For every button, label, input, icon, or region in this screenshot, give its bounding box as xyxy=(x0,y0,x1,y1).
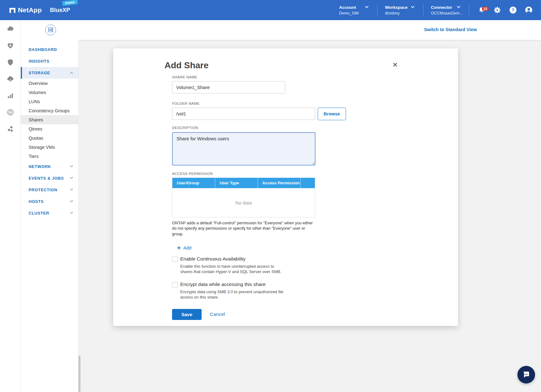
notifications-bell-icon[interactable]: 22 xyxy=(477,6,486,14)
user-avatar-icon[interactable] xyxy=(525,6,533,14)
sidebar-item-label: EVENTS & JOBS xyxy=(29,176,64,181)
sidebar-item-qtrees[interactable]: Qtrees xyxy=(21,124,78,133)
sidebar-item-shares[interactable]: Shares xyxy=(21,115,78,124)
storage-canvas-icon[interactable] xyxy=(45,25,56,35)
access-permission-label: ACCESS PERMISSION xyxy=(172,172,411,176)
column-header-access-permission: Access Permission xyxy=(258,178,301,188)
switch-standard-view-link[interactable]: Switch to Standard View xyxy=(424,27,477,32)
continuous-availability-checkbox[interactable] xyxy=(172,256,178,262)
column-header-user-type: User Type xyxy=(215,178,258,188)
chat-widget-button[interactable] xyxy=(517,366,535,384)
product-name: BlueXP xyxy=(50,7,70,14)
add-share-form: SHARE NAME FOLDER NAME Browse DESCRIPTIO… xyxy=(172,75,411,320)
svg-text:?: ? xyxy=(512,8,515,13)
cancel-button[interactable]: Cancel xyxy=(210,311,225,317)
sidebar-item-label: Tiers xyxy=(29,154,39,159)
description-textarea[interactable]: Share for Windows users xyxy=(172,132,315,165)
sync-circle-icon[interactable] xyxy=(7,109,14,116)
sidebar-item-label: STORAGE xyxy=(29,70,50,75)
sidebar-item-dashboard[interactable]: DASHBOARD xyxy=(21,44,78,55)
sidebar-item-events-jobs[interactable]: EVENTS & JOBS xyxy=(21,172,78,184)
left-icon-rail xyxy=(0,20,21,392)
modal-actions: Save Cancel xyxy=(172,309,411,320)
sidebar-item-luns[interactable]: LUNs xyxy=(21,97,78,106)
sidebar-item-storage-vms[interactable]: Storage VMs xyxy=(21,143,78,152)
cloud-storage-icon[interactable] xyxy=(7,25,14,33)
browse-button[interactable]: Browse xyxy=(318,108,346,120)
sidebar-item-tiers[interactable]: Tiers xyxy=(21,152,78,161)
sidebar-item-label: Overview xyxy=(29,81,47,86)
encrypt-data-option: Encrypt data while accessing this share … xyxy=(172,282,411,300)
chevron-down-icon xyxy=(457,5,460,8)
sidebar-item-cluster[interactable]: CLUSTER xyxy=(21,207,78,219)
health-heart-icon[interactable] xyxy=(7,42,14,49)
governance-cloud-lock-icon[interactable] xyxy=(7,75,14,83)
account-selector[interactable]: Account Demo_SIM xyxy=(339,4,377,16)
continuous-availability-label: Enable Continuous Availability xyxy=(180,256,286,262)
help-icon[interactable]: ? xyxy=(509,6,517,14)
sidebar-item-label: CLUSTER xyxy=(29,211,49,216)
sidebar-item-label: NETWORK xyxy=(29,164,51,169)
add-permission-link[interactable]: + Add xyxy=(177,245,199,251)
sidebar-item-label: Volumes xyxy=(29,90,46,95)
encrypt-data-checkbox[interactable] xyxy=(172,282,178,288)
chevron-down-icon xyxy=(70,211,73,214)
brand: NetApp BlueXP xyxy=(9,0,70,20)
chevron-down-icon xyxy=(411,5,414,8)
permission-note: ONTAP adds a default "Full-control" perm… xyxy=(172,220,317,237)
sidebar-item-insights[interactable]: INSIGHTS xyxy=(21,55,78,67)
encrypt-data-label: Encrypt data while accessing this share xyxy=(180,282,286,287)
netapp-logo-icon xyxy=(9,8,15,13)
add-label: Add xyxy=(183,245,192,250)
folder-name-label: FOLDER NAME xyxy=(172,102,411,105)
connector-label: Connector xyxy=(431,5,452,10)
plus-icon: + xyxy=(177,245,181,251)
sidebar-item-protection[interactable]: PROTECTION xyxy=(21,184,78,196)
sidebar-item-consistency-groups[interactable]: Consistency Groups xyxy=(21,106,78,115)
sidebar-item-storage[interactable]: STORAGE xyxy=(21,67,78,79)
table-header-row: User/Group User Type Access Permission xyxy=(172,178,315,188)
add-share-modal: Add Share × SHARE NAME FOLDER NAME Brows… xyxy=(113,48,458,326)
encrypt-data-description: Encrypts data using SMB 3.0 to prevent u… xyxy=(180,289,286,300)
save-button[interactable]: Save xyxy=(172,309,202,320)
sidebar-item-network[interactable]: NETWORK xyxy=(21,161,78,172)
chevron-up-icon xyxy=(70,72,73,75)
chevron-down-icon xyxy=(70,199,73,202)
workspace-value: dtzidony xyxy=(385,11,423,15)
analytics-bar-chart-icon[interactable] xyxy=(7,92,14,99)
sidebar-item-label: PROTECTION xyxy=(29,188,57,192)
workspace-selector[interactable]: Workspace dtzidony xyxy=(385,4,423,16)
sidebar-item-label: Quotas xyxy=(29,136,43,141)
connector-value: OCCMsaasDem... xyxy=(431,11,469,15)
chat-bubble-icon xyxy=(522,370,531,379)
folder-name-row: Browse xyxy=(172,108,411,120)
header-icon-cluster: 22 ? xyxy=(477,6,533,14)
sidebar-nav: DASHBOARD INSIGHTS STORAGE Overview Volu… xyxy=(21,40,79,392)
column-header-actions xyxy=(301,178,315,188)
column-header-user-group: User/Group xyxy=(172,178,215,188)
sidebar-item-quotas[interactable]: Quotas xyxy=(21,133,78,143)
folder-name-input[interactable] xyxy=(172,108,315,120)
sidebar-item-label: LUNs xyxy=(29,99,40,104)
description-label: DESCRIPTION xyxy=(172,126,411,130)
protection-shield-icon[interactable] xyxy=(7,59,14,66)
connector-selector[interactable]: Connector OCCMsaasDem... xyxy=(431,4,469,16)
sidebar-scrollbar[interactable] xyxy=(78,356,81,392)
brand-name: NetApp xyxy=(18,6,42,14)
settings-gear-icon[interactable] xyxy=(493,6,501,14)
share-name-label: SHARE NAME xyxy=(172,75,411,79)
extensions-dots-icon[interactable] xyxy=(7,125,14,133)
chevron-down-icon xyxy=(365,5,368,8)
app-header: NetApp BlueXP Demo Account Demo_SIM Work… xyxy=(0,0,541,20)
sidebar-item-hosts[interactable]: HOSTS xyxy=(21,196,78,207)
modal-title: Add Share xyxy=(165,60,209,70)
access-permission-table: User/Group User Type Access Permission N… xyxy=(172,178,315,217)
close-icon[interactable]: × xyxy=(393,60,398,69)
sidebar-item-overview[interactable]: Overview xyxy=(21,79,78,88)
sidebar-item-label: Shares xyxy=(29,117,43,122)
share-name-input[interactable] xyxy=(172,81,285,93)
sidebar-item-label: DASHBOARD xyxy=(29,47,57,52)
workspace-label: Workspace xyxy=(385,5,408,10)
chevron-down-icon xyxy=(70,176,73,179)
sidebar-item-volumes[interactable]: Volumes xyxy=(21,88,78,97)
